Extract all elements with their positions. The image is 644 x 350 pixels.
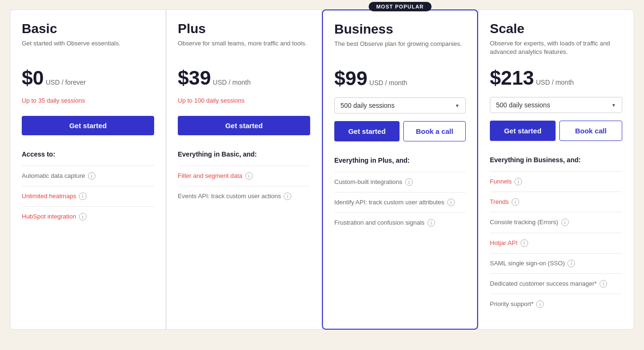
plan-card-plus: PlusObserve for small teams, more traffi… xyxy=(166,9,322,330)
info-icon[interactable]: i xyxy=(79,192,87,200)
feature-text: Identify API: track custom user attribut… xyxy=(334,198,444,207)
price-unit-plus: USD / month xyxy=(213,79,251,86)
plan-description-scale: Observe for experts, with loads of traff… xyxy=(490,39,622,57)
feature-row-inner: Identify API: track custom user attribut… xyxy=(334,198,455,207)
price-unit-basic: USD / forever xyxy=(46,79,86,86)
feature-item: Events API: track custom user actions i xyxy=(178,186,310,206)
price-amount-plus: $39 xyxy=(178,67,211,89)
price-row-basic: $0 USD / forever xyxy=(22,67,154,89)
get-started-button-scale[interactable]: Get started xyxy=(490,121,556,141)
feature-item: Hotjar API i xyxy=(490,233,622,253)
sessions-dropdown-business[interactable]: 500 daily sessions ▼ xyxy=(334,97,466,114)
feature-item: Automatic data capture i xyxy=(22,166,154,186)
feature-item: SAML single sign-on (SSO) i xyxy=(490,253,622,273)
sessions-text-plus: Up to 100 daily sessions xyxy=(178,97,310,106)
plan-name-business: Business xyxy=(334,22,466,37)
sessions-dropdown-value-scale: 500 daily sessions xyxy=(496,101,550,109)
feature-item: Identify API: track custom user attribut… xyxy=(334,192,466,212)
button-row-scale: Get startedBook call xyxy=(490,121,622,141)
info-icon[interactable]: i xyxy=(245,172,253,180)
price-amount-business: $99 xyxy=(334,67,367,90)
feature-row-inner: Custom-built integrations i xyxy=(334,178,413,186)
feature-row-inner: HubSpot integration i xyxy=(22,212,87,221)
plan-name-scale: Scale xyxy=(490,21,622,36)
feature-row-inner: Dedicated customer success manager* i xyxy=(490,280,607,288)
feature-text: Automatic data capture xyxy=(22,172,85,180)
info-icon[interactable]: i xyxy=(521,239,528,247)
feature-text: Dedicated customer success manager* xyxy=(490,280,597,288)
button-row-basic: Get started xyxy=(22,116,154,135)
feature-row-inner: Events API: track custom user actions i xyxy=(178,192,291,201)
info-icon[interactable]: i xyxy=(284,192,291,200)
feature-item: Custom-built integrations i xyxy=(334,172,466,192)
feature-row-inner: Priority support* i xyxy=(490,300,544,308)
get-started-button-basic[interactable]: Get started xyxy=(22,116,154,135)
plan-name-plus: Plus xyxy=(178,21,310,36)
info-icon[interactable]: i xyxy=(79,213,87,220)
info-icon[interactable]: i xyxy=(427,219,435,227)
feature-item: Funnels i xyxy=(490,171,622,192)
plan-description-basic: Get started with Observe essentials. xyxy=(22,39,154,57)
info-icon[interactable]: i xyxy=(405,178,413,186)
plan-card-basic: BasicGet started with Observe essentials… xyxy=(10,9,166,330)
feature-item: Trends i xyxy=(490,192,622,212)
plan-card-business: MOST POPULARBusinessThe best Observe pla… xyxy=(322,9,478,330)
section-title-scale: Everything in Business, and: xyxy=(490,156,622,164)
info-icon[interactable]: i xyxy=(447,199,455,206)
info-icon[interactable]: i xyxy=(567,260,575,267)
price-amount-scale: $213 xyxy=(490,67,534,89)
price-amount-basic: $0 xyxy=(22,67,44,89)
price-row-plus: $39 USD / month xyxy=(178,67,310,89)
feature-row-inner: Automatic data capture i xyxy=(22,172,96,180)
button-row-plus: Get started xyxy=(178,116,310,135)
feature-row-inner: Frustration and confusion signals i xyxy=(334,219,435,227)
feature-text: Filter and segment data xyxy=(178,172,243,180)
info-icon[interactable]: i xyxy=(88,172,96,180)
chevron-down-icon: ▼ xyxy=(611,103,616,108)
button-row-business: Get startedBook a call xyxy=(334,121,466,141)
feature-row-inner: Hotjar API i xyxy=(490,239,528,247)
get-started-button-business[interactable]: Get started xyxy=(334,121,400,141)
book-call-button-scale[interactable]: Book call xyxy=(559,121,622,141)
feature-row-inner: Funnels i xyxy=(490,177,522,186)
price-unit-scale: USD / month xyxy=(536,79,574,86)
get-started-button-plus[interactable]: Get started xyxy=(178,116,310,135)
feature-text: Priority support* xyxy=(490,300,533,308)
feature-text: SAML single sign-on (SSO) xyxy=(490,259,565,268)
plan-description-plus: Observe for small teams, more traffic an… xyxy=(178,39,310,57)
sessions-dropdown-scale[interactable]: 500 daily sessions ▼ xyxy=(490,97,622,113)
plan-description-business: The best Observe plan for growing compan… xyxy=(334,40,466,58)
feature-text: Trends xyxy=(490,198,509,206)
feature-item: Dedicated customer success manager* i xyxy=(490,273,622,294)
sessions-text-basic: Up to 35 daily sessions xyxy=(22,97,154,106)
price-row-business: $99 USD / month xyxy=(334,67,466,90)
feature-item: HubSpot integration i xyxy=(22,206,154,227)
feature-item: Unlimited heatmaps i xyxy=(22,186,154,206)
plan-card-scale: ScaleObserve for experts, with loads of … xyxy=(478,9,634,330)
info-icon[interactable]: i xyxy=(512,198,519,206)
info-icon[interactable]: i xyxy=(561,219,569,226)
book-call-button-business[interactable]: Book a call xyxy=(403,121,466,141)
feature-row-inner: SAML single sign-on (SSO) i xyxy=(490,259,575,268)
feature-row-inner: Console tracking (Errors) i xyxy=(490,218,569,227)
feature-text: Custom-built integrations xyxy=(334,178,402,186)
info-icon[interactable]: i xyxy=(536,300,544,308)
pricing-grid: BasicGet started with Observe essentials… xyxy=(10,9,634,330)
most-popular-badge: MOST POPULAR xyxy=(369,2,432,11)
price-unit-business: USD / month xyxy=(369,79,407,87)
feature-row-inner: Trends i xyxy=(490,198,519,206)
feature-text: HubSpot integration xyxy=(22,212,76,221)
info-icon[interactable]: i xyxy=(600,280,607,288)
section-title-plus: Everything in Basic, and: xyxy=(178,150,310,158)
feature-text: Unlimited heatmaps xyxy=(22,192,76,201)
feature-item: Frustration and confusion signals i xyxy=(334,212,466,233)
section-title-business: Everything in Plus, and: xyxy=(334,157,466,164)
feature-item: Console tracking (Errors) i xyxy=(490,212,622,232)
feature-text: Frustration and confusion signals xyxy=(334,219,425,227)
feature-row-inner: Unlimited heatmaps i xyxy=(22,192,87,201)
chevron-down-icon: ▼ xyxy=(455,103,460,108)
feature-item: Priority support* i xyxy=(490,294,622,314)
info-icon[interactable]: i xyxy=(514,178,522,185)
feature-text: Events API: track custom user actions xyxy=(178,192,281,201)
plan-name-basic: Basic xyxy=(22,21,154,36)
